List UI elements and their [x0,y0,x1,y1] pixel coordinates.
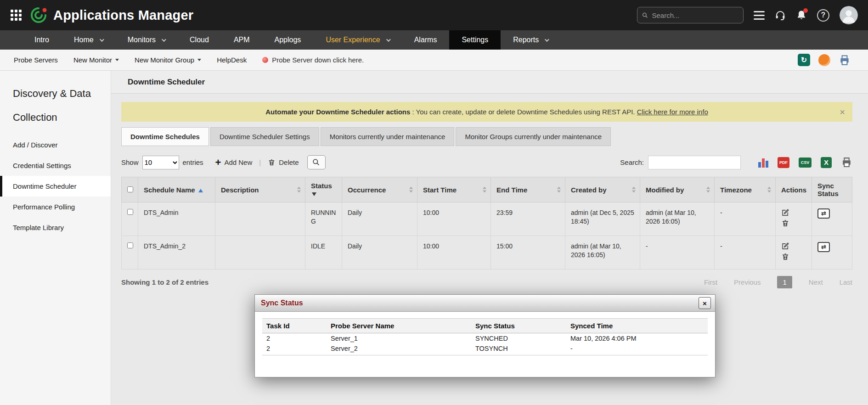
tab-monitors-under-maintenance[interactable]: Monitors currently under maintenance [321,127,455,146]
app-title: Applications Manager [53,8,193,23]
delete-icon[interactable] [781,219,789,227]
schedule-name-cell: DTS_Admin_2 [138,236,215,269]
pagination-last[interactable]: Last [840,278,852,286]
row-checkbox[interactable] [127,242,133,248]
subnav-probe-servers[interactable]: Probe Servers [14,56,58,64]
probe-server-name-cell: Server_2 [327,343,471,355]
description-cell [215,202,305,236]
alert-red-dot-icon [262,57,268,63]
delete-icon[interactable] [781,253,789,261]
table-search-button[interactable] [307,155,326,169]
nav-label: User Experience [326,36,380,44]
edit-icon[interactable] [781,242,789,250]
pagination-previous[interactable]: Previous [734,278,761,286]
column-header-description[interactable]: Description [215,177,305,202]
chart-report-icon[interactable] [758,158,768,168]
print-table-icon[interactable] [841,157,852,168]
user-avatar[interactable] [840,6,858,24]
apps-grid-icon[interactable] [10,9,22,21]
occurrence-cell: Daily [342,202,417,236]
pdf-glyph: PDF [778,157,789,168]
column-label: Created by [571,186,607,194]
help-glyph: ? [821,11,826,19]
notifications-bell-icon[interactable] [796,10,807,21]
column-header-schedule-name[interactable]: Schedule Name [138,177,215,202]
pagination-first[interactable]: First [704,278,717,286]
entries-select[interactable]: 10 [142,156,179,169]
export-pdf-icon[interactable]: PDF [778,157,789,168]
subnav-new-monitor-group[interactable]: New Monitor Group [135,56,201,64]
column-header-end-time[interactable]: End Time [491,177,565,202]
subnav-label: Probe Servers [14,56,58,64]
global-search-input[interactable] [652,11,738,19]
sync-status-modal: Sync Status × Task Id Probe Server Name … [254,294,716,377]
chevron-down-icon [100,37,104,42]
plus-icon: + [215,158,221,168]
modal-header[interactable]: Sync Status × [255,295,715,312]
column-header-created-by[interactable]: Created by [565,177,640,202]
nav-item-settings[interactable]: Settings [449,30,501,50]
export-excel-icon[interactable]: X [821,157,832,168]
table-row: DTS_Admin RUNNING Daily 10:00 23:59 admi… [122,202,852,236]
update-manager-icon[interactable]: ↻ [798,54,810,66]
help-icon[interactable]: ? [817,9,829,22]
manageengine-logo-icon[interactable] [818,54,830,66]
tab-downtime-schedules[interactable]: Downtime Schedules [121,127,209,146]
modal-close-button[interactable]: × [699,297,711,309]
banner-text: : You can create, update or delete Downt… [410,108,637,116]
sidebar-item-downtime-scheduler[interactable]: Downtime Scheduler [0,176,111,197]
menu-icon[interactable] [754,11,765,20]
column-header-occurrence[interactable]: Occurrence [342,177,417,202]
nav-item-applogs[interactable]: Applogs [262,30,314,50]
column-header-modified-by[interactable]: Modified by [640,177,715,202]
sidebar-item-add-discover[interactable]: Add / Discover [0,135,111,155]
sidebar-item-performance-polling[interactable]: Performance Polling [0,197,111,217]
column-header-timezone[interactable]: Timezone [715,177,776,202]
export-csv-icon[interactable]: CSV [799,158,812,168]
subnav-helpdesk[interactable]: HelpDesk [217,56,247,64]
nav-item-alarms[interactable]: Alarms [402,30,450,50]
probe-server-down-alert[interactable]: Probe Server down click here. [262,56,364,64]
banner-close-icon[interactable]: × [840,107,845,117]
table-search-input[interactable] [648,156,741,169]
delete-button[interactable]: Delete [268,158,299,166]
nav-item-home[interactable]: Home [62,30,115,50]
nav-item-cloud[interactable]: Cloud [177,30,221,50]
schedule-name-cell: DTS_Admin [138,202,215,236]
banner-bold-text: Automate your Downtime Scheduler actions [265,108,410,116]
support-headset-icon[interactable] [775,10,786,21]
modal-column-synced-time: Synced Time [566,319,708,333]
status-cell: RUNNING [305,202,342,236]
edit-icon[interactable] [781,208,789,217]
rest-api-banner: Automate your Downtime Scheduler actions… [121,102,852,122]
subnav-new-monitor[interactable]: New Monitor [73,56,119,64]
column-header-status[interactable]: Status [305,177,342,202]
nav-item-apm[interactable]: APM [221,30,262,50]
search-icon [642,12,648,19]
nav-item-intro[interactable]: Intro [22,30,62,50]
banner-more-info-link[interactable]: Click here for more info [637,108,708,116]
tab-monitor-groups-under-maintenance[interactable]: Monitor Groups currently under maintenan… [456,127,611,146]
nav-label: Monitors [128,36,156,44]
column-label: Occurrence [348,186,386,194]
sync-status-icon[interactable]: ⇄ [817,242,830,252]
pagination-page-1[interactable]: 1 [777,276,792,288]
tab-downtime-scheduler-settings[interactable]: Downtime Scheduler Settings [210,127,319,146]
column-label: End Time [496,186,527,194]
pagination-next[interactable]: Next [809,278,823,286]
row-checkbox[interactable] [127,209,133,215]
select-all-checkbox[interactable] [127,186,133,192]
sidebar-item-template-library[interactable]: Template Library [0,217,111,238]
nav-item-reports[interactable]: Reports [501,30,560,50]
nav-item-monitors[interactable]: Monitors [115,30,177,50]
delete-label: Delete [279,158,299,166]
sync-status-icon[interactable]: ⇄ [817,208,830,219]
add-new-button[interactable]: + Add New [215,158,253,168]
excel-glyph: X [821,157,832,168]
print-page-icon[interactable] [839,54,851,66]
sidebar-item-credential-settings[interactable]: Credential Settings [0,155,111,176]
nav-label: APM [234,36,250,44]
global-search[interactable] [637,7,744,23]
column-header-start-time[interactable]: Start Time [417,177,491,202]
nav-item-user-experience[interactable]: User Experience [313,30,401,50]
